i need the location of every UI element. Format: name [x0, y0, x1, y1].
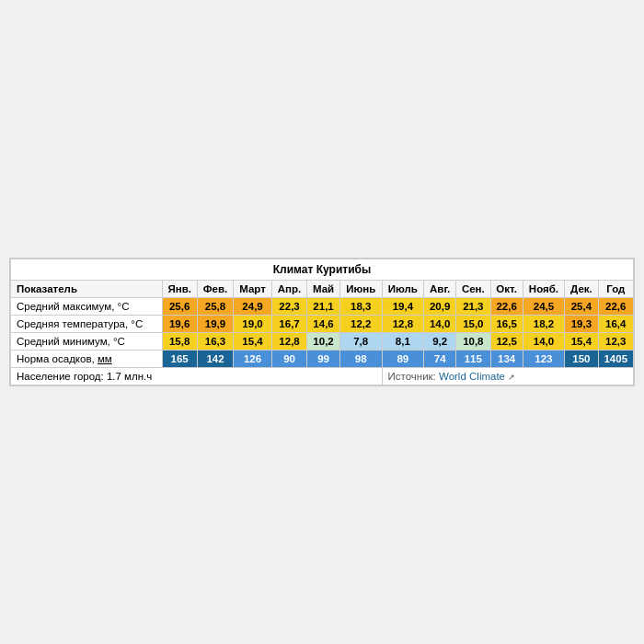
col-header-Июль: Июль — [382, 281, 424, 298]
table-row: Норма осадков, мм16514212690999889741151… — [11, 351, 634, 368]
climate-table-container: Климат Куритибы ПоказательЯнв.Фев.МартАп… — [9, 258, 635, 386]
table-row: Средняя температура, °С19,619,919,016,71… — [11, 316, 634, 333]
col-header-Окт.: Окт. — [490, 281, 523, 298]
cell-r3-c11: 150 — [565, 351, 598, 368]
source-link[interactable]: World Climate — [439, 371, 505, 382]
cell-r0-c1: 25,8 — [197, 298, 233, 316]
cell-r0-c8: 21,3 — [456, 298, 491, 316]
cell-r1-c3: 16,7 — [271, 316, 306, 333]
cell-r1-c6: 12,8 — [382, 316, 424, 333]
cell-r2-c12: 12,3 — [598, 333, 633, 351]
cell-r2-c6: 8,1 — [382, 333, 424, 351]
col-header-Сен.: Сен. — [456, 281, 491, 298]
col-header-label: Показатель — [11, 281, 163, 298]
source-label: Источник: — [388, 371, 439, 382]
cell-r1-c12: 16,4 — [598, 316, 633, 333]
col-header-Год: Год — [598, 281, 633, 298]
cell-r0-c10: 24,5 — [523, 298, 565, 316]
footer-row: Население город: 1.7 млн.ч Источник: Wor… — [11, 368, 634, 385]
cell-r0-c12: 22,6 — [598, 298, 633, 316]
title-row: Климат Куритибы — [11, 259, 634, 281]
cell-r2-c10: 14,0 — [523, 333, 565, 351]
col-header-Янв.: Янв. — [162, 281, 197, 298]
cell-r3-c8: 115 — [456, 351, 491, 368]
cell-r1-c8: 15,0 — [456, 316, 491, 333]
cell-r3-c10: 123 — [523, 351, 565, 368]
col-header-Авг.: Авг. — [424, 281, 456, 298]
cell-r1-c1: 19,9 — [197, 316, 233, 333]
cell-r0-c6: 19,4 — [382, 298, 424, 316]
cell-r1-c11: 19,3 — [565, 316, 598, 333]
cell-r0-c7: 20,9 — [424, 298, 456, 316]
cell-r1-c10: 18,2 — [523, 316, 565, 333]
cell-r2-c11: 15,4 — [565, 333, 598, 351]
cell-r0-c2: 24,9 — [234, 298, 272, 316]
cell-r3-c5: 98 — [339, 351, 382, 368]
cell-r0-c9: 22,6 — [490, 298, 523, 316]
cell-r2-c7: 9,2 — [424, 333, 456, 351]
cell-r2-c2: 15,4 — [234, 333, 272, 351]
cell-r0-c4: 21,1 — [307, 298, 340, 316]
col-header-Апр.: Апр. — [271, 281, 306, 298]
cell-r1-c0: 19,6 — [162, 316, 197, 333]
cell-r2-c5: 7,8 — [339, 333, 382, 351]
table-row: Средний максимум, °С25,625,824,922,321,1… — [11, 298, 634, 316]
cell-r2-c1: 16,3 — [197, 333, 233, 351]
cell-r3-c6: 89 — [382, 351, 424, 368]
cell-r3-c4: 99 — [307, 351, 340, 368]
cell-r3-c7: 74 — [424, 351, 456, 368]
header-row: ПоказательЯнв.Фев.МартАпр.МайИюньИюльАвг… — [11, 281, 634, 298]
cell-r2-c3: 12,8 — [271, 333, 306, 351]
cell-r3-c0: 165 — [162, 351, 197, 368]
col-header-Июнь: Июнь — [339, 281, 382, 298]
footer-source: Источник: World Climate ↗ — [382, 368, 633, 385]
cell-r3-c12: 1405 — [598, 351, 633, 368]
table-row: Средний минимум, °С15,816,315,412,810,27… — [11, 333, 634, 351]
cell-r0-c0: 25,6 — [162, 298, 197, 316]
cell-r0-c3: 22,3 — [271, 298, 306, 316]
cell-r1-c9: 16,5 — [490, 316, 523, 333]
row-label-2: Средний минимум, °С — [11, 333, 163, 351]
col-header-Март: Март — [234, 281, 272, 298]
cell-r0-c5: 18,3 — [339, 298, 382, 316]
cell-r3-c3: 90 — [271, 351, 306, 368]
footer-population: Население город: 1.7 млн.ч — [11, 368, 383, 385]
cell-r0-c11: 25,4 — [565, 298, 598, 316]
col-header-Фев.: Фев. — [197, 281, 233, 298]
cell-r1-c2: 19,0 — [234, 316, 272, 333]
climate-table: Климат Куритибы ПоказательЯнв.Фев.МартАп… — [10, 259, 634, 385]
cell-r1-c5: 12,2 — [339, 316, 382, 333]
cell-r1-c7: 14,0 — [424, 316, 456, 333]
table-title: Климат Куритибы — [11, 259, 634, 281]
col-header-Май: Май — [307, 281, 340, 298]
col-header-Дек.: Дек. — [565, 281, 598, 298]
cell-r3-c9: 134 — [490, 351, 523, 368]
cell-r1-c4: 14,6 — [307, 316, 340, 333]
cell-r2-c4: 10,2 — [307, 333, 340, 351]
row-label-3: Норма осадков, мм — [11, 351, 163, 368]
cell-r3-c1: 142 — [197, 351, 233, 368]
cell-r3-c2: 126 — [234, 351, 272, 368]
external-link-icon: ↗ — [508, 373, 515, 382]
cell-r2-c8: 10,8 — [456, 333, 491, 351]
row-label-0: Средний максимум, °С — [11, 298, 163, 316]
cell-r2-c0: 15,8 — [162, 333, 197, 351]
row-label-1: Средняя температура, °С — [11, 316, 163, 333]
cell-r2-c9: 12,5 — [490, 333, 523, 351]
col-header-Нояб.: Нояб. — [523, 281, 565, 298]
